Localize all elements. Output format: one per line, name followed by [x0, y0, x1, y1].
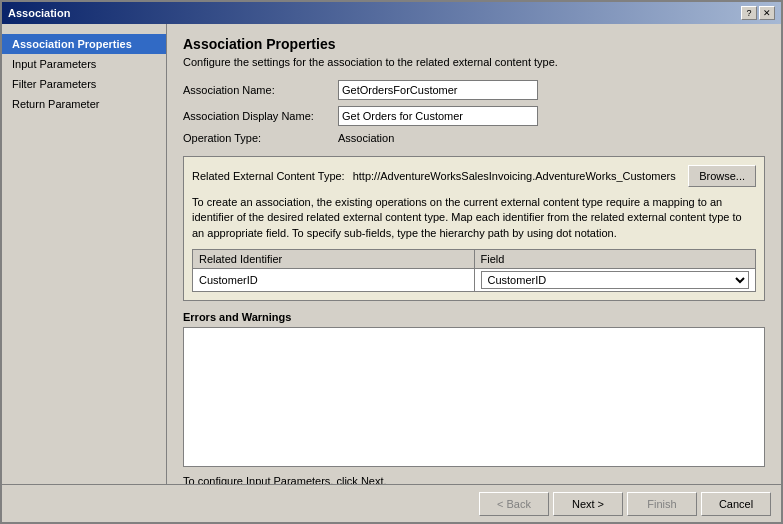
display-name-label: Association Display Name:: [183, 110, 338, 122]
field-dropdown-container: CustomerID: [481, 271, 750, 289]
mapping-table: Related Identifier Field CustomerID: [192, 249, 756, 292]
bottom-text: To configure Input Parameters, click Nex…: [183, 475, 765, 484]
next-button[interactable]: Next >: [553, 492, 623, 516]
sidebar-item-input-parameters[interactable]: Input Parameters: [2, 54, 166, 74]
window-body: Association Properties Input Parameters …: [2, 24, 781, 484]
sidebar-item-association-properties[interactable]: Association Properties: [2, 34, 166, 54]
association-name-input[interactable]: [338, 80, 538, 100]
page-title: Association Properties: [183, 36, 765, 52]
operation-type-row: Operation Type: Association: [183, 132, 765, 144]
finish-button[interactable]: Finish: [627, 492, 697, 516]
table-row: CustomerID CustomerID: [193, 269, 756, 292]
errors-section: Errors and Warnings: [183, 311, 765, 467]
related-url: http://AdventureWorksSalesInvoicing.Adve…: [353, 170, 680, 182]
display-name-row: Association Display Name:: [183, 106, 765, 126]
field-dropdown[interactable]: CustomerID: [481, 271, 750, 289]
association-name-label: Association Name:: [183, 84, 338, 96]
related-url-row: Related External Content Type: http://Ad…: [192, 165, 756, 187]
info-text: To create an association, the existing o…: [192, 195, 756, 241]
table-cell-identifier: CustomerID: [193, 269, 475, 292]
close-button[interactable]: ✕: [759, 6, 775, 20]
errors-box: [183, 327, 765, 467]
main-content: Association Properties Configure the set…: [167, 24, 781, 484]
table-header-identifier: Related Identifier: [193, 250, 475, 269]
page-subtitle: Configure the settings for the associati…: [183, 56, 765, 68]
errors-title: Errors and Warnings: [183, 311, 765, 323]
sidebar-item-return-parameter[interactable]: Return Parameter: [2, 94, 166, 114]
table-cell-field: CustomerID: [474, 269, 756, 292]
back-button[interactable]: < Back: [479, 492, 549, 516]
association-name-row: Association Name:: [183, 80, 765, 100]
title-bar-buttons: ? ✕: [741, 6, 775, 20]
related-label: Related External Content Type:: [192, 170, 345, 182]
footer: < Back Next > Finish Cancel: [2, 484, 781, 522]
help-button[interactable]: ?: [741, 6, 757, 20]
title-bar: Association ? ✕: [2, 2, 781, 24]
window-title: Association: [8, 7, 70, 19]
sidebar-item-filter-parameters[interactable]: Filter Parameters: [2, 74, 166, 94]
browse-button[interactable]: Browse...: [688, 165, 756, 187]
table-header-field: Field: [474, 250, 756, 269]
display-name-input[interactable]: [338, 106, 538, 126]
operation-type-value: Association: [338, 132, 394, 144]
operation-type-label: Operation Type:: [183, 132, 338, 144]
cancel-button[interactable]: Cancel: [701, 492, 771, 516]
sidebar: Association Properties Input Parameters …: [2, 24, 167, 484]
association-window: Association ? ✕ Association Properties I…: [0, 0, 783, 524]
related-section: Related External Content Type: http://Ad…: [183, 156, 765, 301]
